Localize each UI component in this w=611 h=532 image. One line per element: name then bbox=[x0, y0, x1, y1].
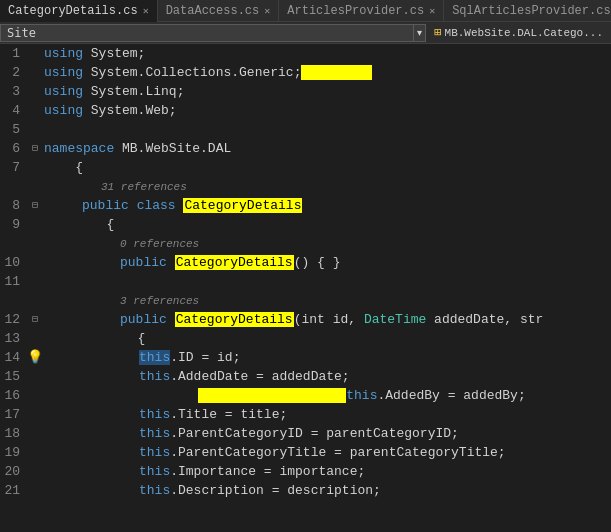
indicator-14: 💡 bbox=[26, 348, 44, 367]
tab-dataaccess[interactable]: DataAccess.cs ✕ bbox=[158, 0, 280, 22]
code-13: { bbox=[44, 329, 543, 348]
line-num-9: 9 bbox=[0, 215, 26, 234]
ref-row-31: 31 references bbox=[0, 177, 543, 196]
line-num-13: 13 bbox=[0, 329, 26, 348]
line-num-2: 2 bbox=[0, 63, 26, 82]
close-icon[interactable]: ✕ bbox=[429, 5, 435, 17]
line-12: 12 ⊟ public CategoryDetails(int id, Date… bbox=[0, 310, 543, 329]
tab-sqlarticlesprovider[interactable]: SqlArticlesProvider.cs bbox=[444, 0, 611, 22]
line-num-16: 16 bbox=[0, 386, 26, 405]
line-num-21: 21 bbox=[0, 481, 26, 500]
code-12: public CategoryDetails(int id, DateTime … bbox=[44, 310, 543, 329]
line-2: 2 using System.Collections.Generic; bbox=[0, 63, 543, 82]
bulb-icon-14[interactable]: 💡 bbox=[27, 348, 43, 367]
breadcrumb-path-text: MB.WebSite.DAL.Catego... bbox=[445, 27, 603, 39]
code-6: namespace MB.WebSite.DAL bbox=[44, 139, 543, 158]
line-num-14: 14 bbox=[0, 348, 26, 367]
ref-row-0: 0 references bbox=[0, 234, 543, 253]
line-num-12: 12 bbox=[0, 310, 26, 329]
line-num-15: 15 bbox=[0, 367, 26, 386]
collapse-icon-8[interactable]: ⊟ bbox=[29, 196, 41, 215]
tab-label: DataAccess.cs bbox=[166, 4, 260, 18]
code-2: using System.Collections.Generic; bbox=[44, 63, 543, 82]
line-num-18: 18 bbox=[0, 424, 26, 443]
line-17: 17 this.Title = title; bbox=[0, 405, 543, 424]
line-9: 9 { bbox=[0, 215, 543, 234]
line-7: 7 { bbox=[0, 158, 543, 177]
breadcrumb-path: ⊞ MB.WebSite.DAL.Catego... bbox=[426, 25, 611, 40]
line-8: 8 ⊟ public class CategoryDetails bbox=[0, 196, 543, 215]
file-icon: ⊞ bbox=[434, 25, 441, 40]
line-num-17: 17 bbox=[0, 405, 26, 424]
code-editor[interactable]: 1 using System; 2 using System.Collectio… bbox=[0, 44, 611, 532]
collapse-icon-6[interactable]: ⊟ bbox=[29, 139, 41, 158]
line-num-4: 4 bbox=[0, 101, 26, 120]
tab-label: SqlArticlesProvider.cs bbox=[452, 4, 610, 18]
line-16: 16 this.AddedBy = addedBy; bbox=[0, 386, 543, 405]
indicator-6: ⊟ bbox=[26, 139, 44, 158]
code-17: this.Title = title; bbox=[44, 405, 543, 424]
code-7: { bbox=[44, 158, 543, 177]
code-ref31: 31 references bbox=[44, 177, 543, 197]
line-21: 21 this.Description = description; bbox=[0, 481, 543, 500]
indicator-12: ⊟ bbox=[26, 310, 44, 329]
breadcrumb-input[interactable] bbox=[0, 24, 414, 42]
line-6: 6 ⊟ namespace MB.WebSite.DAL bbox=[0, 139, 543, 158]
code-9: { bbox=[44, 215, 543, 234]
line-num-8: 8 bbox=[0, 196, 26, 215]
line-num-1: 1 bbox=[0, 44, 26, 63]
line-13: 13 { bbox=[0, 329, 543, 348]
tab-articlesprovider[interactable]: ArticlesProvider.cs ✕ bbox=[279, 0, 444, 22]
line-num-5: 5 bbox=[0, 120, 26, 139]
code-21: this.Description = description; bbox=[44, 481, 543, 500]
code-18: this.ParentCategoryID = parentCategoryID… bbox=[44, 424, 543, 443]
code-3: using System.Linq; bbox=[44, 82, 543, 101]
line-19: 19 this.ParentCategoryTitle = parentCate… bbox=[0, 443, 543, 462]
code-8: public class CategoryDetails bbox=[44, 196, 543, 215]
line-num-6: 6 bbox=[0, 139, 26, 158]
code-container: 1 using System; 2 using System.Collectio… bbox=[0, 44, 611, 532]
tab-label: CategoryDetails.cs bbox=[8, 4, 138, 18]
code-19: this.ParentCategoryTitle = parentCategor… bbox=[44, 443, 543, 462]
line-4: 4 using System.Web; bbox=[0, 101, 543, 120]
indicator-8: ⊟ bbox=[26, 196, 44, 215]
line-10: 10 public CategoryDetails() { } bbox=[0, 253, 543, 272]
line-num-3: 3 bbox=[0, 82, 26, 101]
code-14: this.ID = id; bbox=[44, 348, 543, 367]
code-4: using System.Web; bbox=[44, 101, 543, 120]
tab-categorydetails[interactable]: CategoryDetails.cs ✕ bbox=[0, 0, 158, 22]
line-num-19: 19 bbox=[0, 443, 26, 462]
collapse-icon-12[interactable]: ⊟ bbox=[29, 310, 41, 329]
line-5: 5 bbox=[0, 120, 543, 139]
code-ref0: 0 references bbox=[44, 234, 543, 254]
breadcrumb-dropdown-button[interactable]: ▾ bbox=[414, 24, 426, 42]
close-icon[interactable]: ✕ bbox=[264, 5, 270, 17]
line-num-7: 7 bbox=[0, 158, 26, 177]
code-1: using System; bbox=[44, 44, 543, 63]
line-11: 11 bbox=[0, 272, 543, 291]
line-14: 14 💡 this.ID = id; bbox=[0, 348, 543, 367]
code-20: this.Importance = importance; bbox=[44, 462, 543, 481]
tab-bar: CategoryDetails.cs ✕ DataAccess.cs ✕ Art… bbox=[0, 0, 611, 22]
code-10: public CategoryDetails() { } bbox=[44, 253, 543, 272]
ref-row-3: 3 references bbox=[0, 291, 543, 310]
line-num-20: 20 bbox=[0, 462, 26, 481]
close-icon[interactable]: ✕ bbox=[143, 5, 149, 17]
line-numbers-panel: 1 using System; 2 using System.Collectio… bbox=[0, 44, 543, 532]
tab-label: ArticlesProvider.cs bbox=[287, 4, 424, 18]
line-3: 3 using System.Linq; bbox=[0, 82, 543, 101]
line-20: 20 this.Importance = importance; bbox=[0, 462, 543, 481]
line-num-10: 10 bbox=[0, 253, 26, 272]
code-ref3: 3 references bbox=[44, 291, 543, 311]
breadcrumb-bar: ▾ ⊞ MB.WebSite.DAL.Catego... bbox=[0, 22, 611, 44]
line-1: 1 using System; bbox=[0, 44, 543, 63]
line-18: 18 this.ParentCategoryID = parentCategor… bbox=[0, 424, 543, 443]
line-num-11: 11 bbox=[0, 272, 26, 291]
